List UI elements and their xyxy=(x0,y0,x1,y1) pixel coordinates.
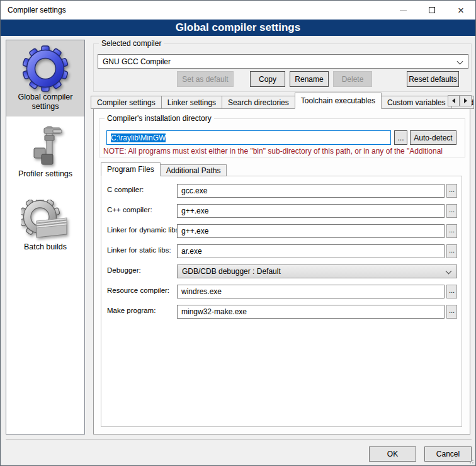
footer-divider xyxy=(6,440,472,440)
tab-scroll-left-button[interactable] xyxy=(448,95,460,106)
installation-directory-legend: Compiler's installation directory xyxy=(105,114,214,123)
directory-browse-button[interactable]: ... xyxy=(394,130,407,145)
installation-directory-value: C:\raylib\MinGW xyxy=(111,134,166,142)
compiler-select-value: GNU GCC Compiler xyxy=(103,57,171,66)
tab-scroll-right-button[interactable] xyxy=(460,95,472,106)
titlebar[interactable]: Compiler settings × xyxy=(1,1,475,20)
chevron-down-icon xyxy=(446,268,452,275)
rename-button[interactable]: Rename xyxy=(290,71,329,87)
subtab-program-files[interactable]: Program Files xyxy=(101,162,161,176)
tab-custom-variables[interactable]: Custom variables xyxy=(381,96,452,109)
dialog-banner: Global compiler settings xyxy=(1,20,475,36)
cpp-compiler-browse-button[interactable]: ... xyxy=(446,204,457,218)
arrow-left-icon xyxy=(452,98,455,103)
maximize-button[interactable] xyxy=(417,1,446,20)
installation-directory-group: Compiler's installation directory C:\ray… xyxy=(99,118,465,157)
linker-static-browse-button[interactable]: ... xyxy=(446,244,457,258)
sidebar-item-label: Profiler settings xyxy=(18,169,72,178)
minimize-button[interactable] xyxy=(388,1,417,20)
linker-dynamic-input[interactable] xyxy=(177,224,445,238)
c-compiler-label: C compiler: xyxy=(107,186,144,193)
make-program-label: Make program: xyxy=(107,307,156,314)
bin-subdirectory-note: NOTE: All programs must exist either in … xyxy=(103,147,463,156)
tab-linker-settings[interactable]: Linker settings xyxy=(161,96,222,109)
make-program-browse-button[interactable]: ... xyxy=(446,305,457,319)
resource-compiler-browse-button[interactable]: ... xyxy=(446,285,457,298)
resize-grip[interactable] xyxy=(467,457,473,463)
delete-button[interactable]: Delete xyxy=(333,71,372,87)
window-title: Compiler settings xyxy=(8,1,66,20)
sidebar-item-profiler-settings[interactable]: Profiler settings xyxy=(6,116,84,186)
selected-compiler-legend: Selected compiler xyxy=(99,39,164,48)
make-program-input[interactable] xyxy=(177,305,445,319)
cpp-compiler-label: C++ compiler: xyxy=(107,206,152,213)
global-compiler-settings-gear-icon xyxy=(21,45,69,93)
installation-directory-input[interactable]: C:\raylib\MinGW xyxy=(106,130,391,145)
compiler-settings-dialog: Compiler settings × Global compiler sett… xyxy=(0,0,476,466)
close-icon: × xyxy=(458,5,464,16)
linker-dynamic-label: Linker for dynamic libs: xyxy=(107,226,181,234)
sidebar-item-batch-builds[interactable]: Batch builds xyxy=(6,186,84,261)
linker-dynamic-browse-button[interactable]: ... xyxy=(446,224,457,238)
close-button[interactable]: × xyxy=(446,1,475,20)
auto-detect-button[interactable]: Auto-detect xyxy=(410,130,456,145)
profiler-settings-caliper-icon xyxy=(25,124,65,169)
program-files-panel: C compiler: ... C++ compiler: ... Linker… xyxy=(101,176,462,427)
program-files-tabstrip: Program Files Additional Paths xyxy=(101,162,227,176)
batch-builds-gear-stack-icon xyxy=(21,200,69,242)
arrow-right-icon xyxy=(464,98,467,103)
maximize-icon xyxy=(429,7,435,13)
settings-category-list: Global compiler settings Profiler settin… xyxy=(6,40,85,435)
cpp-compiler-input[interactable] xyxy=(177,204,445,218)
c-compiler-browse-button[interactable]: ... xyxy=(446,184,457,198)
tab-compiler-settings[interactable]: Compiler settings xyxy=(91,96,162,109)
settings-tabstrip: Compiler settings Linker settings Search… xyxy=(91,93,474,109)
chevron-down-icon xyxy=(457,59,463,65)
reset-defaults-button[interactable]: Reset defaults xyxy=(407,71,459,87)
linker-static-input[interactable] xyxy=(177,244,445,258)
linker-static-label: Linker for static libs: xyxy=(107,246,171,254)
toolchain-executables-page: Compiler's installation directory C:\ray… xyxy=(93,108,470,435)
debugger-label: Debugger: xyxy=(107,266,141,274)
tab-toolchain-executables[interactable]: Toolchain executables xyxy=(295,93,382,109)
resource-compiler-label: Resource compiler: xyxy=(107,287,169,294)
resource-compiler-input[interactable] xyxy=(177,285,445,298)
debugger-select-value: GDB/CDB debugger : Default xyxy=(182,267,281,276)
minimize-icon xyxy=(400,10,407,11)
compiler-select[interactable]: GNU GCC Compiler xyxy=(98,54,468,69)
sidebar-item-global-compiler-settings[interactable]: Global compiler settings xyxy=(6,40,84,116)
cancel-button[interactable]: Cancel xyxy=(424,446,472,462)
c-compiler-input[interactable] xyxy=(177,184,445,198)
debugger-select[interactable]: GDB/CDB debugger : Default xyxy=(177,264,457,278)
copy-button[interactable]: Copy xyxy=(250,71,285,87)
sidebar-item-label: Batch builds xyxy=(24,242,67,251)
sidebar-item-label: Global compiler settings xyxy=(18,93,73,111)
tab-search-directories[interactable]: Search directories xyxy=(222,96,295,109)
set-as-default-button[interactable]: Set as default xyxy=(177,71,234,87)
ok-button[interactable]: OK xyxy=(369,446,416,462)
subtab-additional-paths[interactable]: Additional Paths xyxy=(160,164,227,176)
